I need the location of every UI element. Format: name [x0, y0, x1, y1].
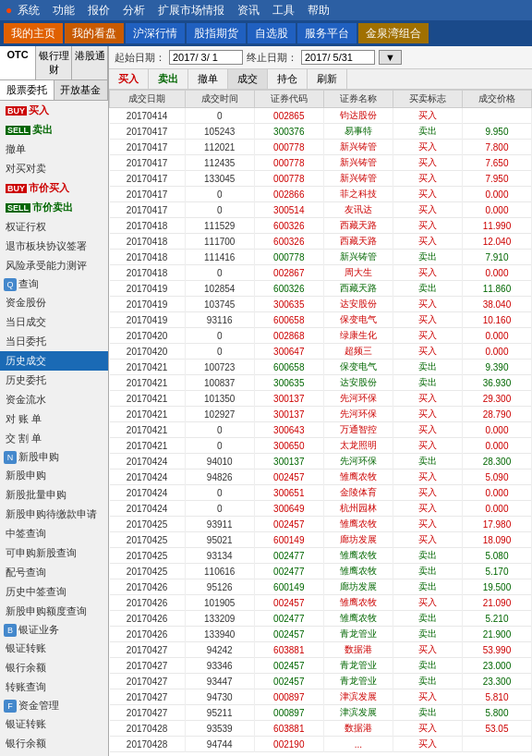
sidebar-item-资金流水[interactable]: 资金流水	[0, 390, 108, 409]
sidebar-item-市价卖出[interactable]: SELL 市价卖出	[0, 198, 108, 217]
table-row[interactable]: 20170418 0 002867 周大生 买入 0.000	[110, 265, 532, 281]
table-row[interactable]: 20170417 0 002866 菲之科技 买入 0.000	[110, 187, 532, 202]
menu-analysis[interactable]: 分析	[123, 3, 145, 18]
table-row[interactable]: 20170425 95021 600149 廊坊发展 买入 18.090	[110, 532, 532, 548]
nav-home[interactable]: 我的主页	[4, 23, 63, 43]
table-row[interactable]: 20170418 111700 600326 西藏天路 买入 12.040	[110, 234, 532, 250]
sidebar-item-退市板块[interactable]: 退市板块协议签署	[0, 237, 108, 256]
tab-bank[interactable]: 银行理财	[36, 46, 72, 79]
table-row[interactable]: 20170419 102854 600326 西藏天路 卖出 11.860	[110, 281, 532, 297]
sidebar-item-新股批量申购[interactable]: 新股批量申购	[0, 485, 108, 505]
action-cancel[interactable]: 撤单	[188, 69, 228, 89]
start-date-input[interactable]	[169, 50, 243, 65]
sidebar-item-资金银行余额[interactable]: 银行余额	[0, 734, 108, 753]
menu-extend[interactable]: 扩展市场情报	[158, 3, 224, 18]
tab-hk[interactable]: 港股通	[72, 46, 108, 79]
sidebar-item-风险承受[interactable]: 风险承受能力测评	[0, 256, 108, 275]
sidebar-item-配号查询[interactable]: 配号查询	[0, 563, 108, 582]
menu-system[interactable]: 系统	[18, 3, 40, 18]
sidebar-item-新股申购[interactable]: 新股申购	[0, 466, 108, 485]
table-row[interactable]: 20170421 101350 300137 先河环保 买入 29.300	[110, 391, 532, 407]
sidebar-item-历史委托[interactable]: 历史委托	[0, 371, 108, 390]
table-row[interactable]: 20170421 100837 300635 达安股份 卖出 36.930	[110, 375, 532, 391]
sidebar-item-权证行权[interactable]: 权证行权	[0, 217, 108, 237]
section-header-fund[interactable]: F 资金管理	[0, 697, 108, 714]
sidebar-item-市价买入[interactable]: BUY 市价买入	[0, 178, 108, 198]
table-row[interactable]: 20170426 101905 002457 雏鹰农牧 买入 21.090	[110, 595, 532, 611]
action-buy[interactable]: 买入	[109, 69, 149, 89]
table-row[interactable]: 20170417 0 300514 友讯达 买入 0.000	[110, 202, 532, 218]
section-header-newstock[interactable]: N 新股申购	[0, 448, 108, 466]
section-header-bank[interactable]: B 银证业务	[0, 621, 108, 639]
menu-function[interactable]: 功能	[53, 3, 75, 18]
table-row[interactable]: 20170418 111529 600326 西藏天路 买入 11.990	[110, 218, 532, 234]
nav-gold[interactable]: 金泉湾组合	[358, 23, 429, 43]
table-row[interactable]: 20170419 93116 600658 保变电气 买入 10.160	[110, 312, 532, 328]
action-refresh[interactable]: 刷新	[308, 69, 347, 89]
table-row[interactable]: 20170427 93447 002457 青龙管业 卖出 23.300	[110, 674, 532, 689]
table-row[interactable]: 20170428 94744 002190 ... 买入	[110, 737, 532, 752]
action-position[interactable]: 持仓	[268, 69, 308, 89]
action-deal[interactable]: 成交	[228, 69, 268, 89]
table-row[interactable]: 20170428 93539 603881 数据港 买入 53.05	[110, 721, 532, 737]
table-row[interactable]: 20170425 93911 002457 雏鹰农牧 买入 17.980	[110, 517, 532, 532]
table-row[interactable]: 20170425 110616 002477 雏鹰农牧 卖出 5.170	[110, 564, 532, 579]
table-row[interactable]: 20170421 0 300650 太龙照明 买入 0.000	[110, 438, 532, 454]
sidebar-item-资金股份[interactable]: 资金股份	[0, 293, 108, 312]
menu-info[interactable]: 资讯	[237, 3, 260, 18]
subtab-stock[interactable]: 股票委托	[0, 80, 54, 100]
sidebar-item-对买对卖[interactable]: 对买对卖	[0, 159, 108, 178]
end-date-input[interactable]	[301, 50, 375, 65]
table-row[interactable]: 20170426 95126 600149 廊坊发展 卖出 19.500	[110, 579, 532, 595]
menu-tools[interactable]: 工具	[272, 3, 295, 18]
sidebar-item-中签查询[interactable]: 中签查询	[0, 524, 108, 543]
table-row[interactable]: 20170427 93346 002457 青龙管业 卖出 23.000	[110, 658, 532, 674]
nav-service[interactable]: 服务平台	[297, 23, 357, 43]
sidebar-item-历史成交[interactable]: 历史成交	[0, 351, 108, 371]
nav-futures[interactable]: 股指期货	[187, 23, 246, 43]
table-row[interactable]: 20170417 133045 000778 新兴铸管 买入 7.950	[110, 171, 532, 187]
table-row[interactable]: 20170424 0 300651 金陵体育 买入 0.000	[110, 485, 532, 501]
table-row[interactable]: 20170424 94826 002457 雏鹰农牧 买入 5.090	[110, 469, 532, 485]
table-row[interactable]: 20170421 0 300643 万通智控 买入 0.000	[110, 422, 532, 438]
sidebar-item-银行余额[interactable]: 银行余额	[0, 658, 108, 677]
nav-market[interactable]: 沪深行情	[126, 23, 185, 43]
sidebar-item-可申购[interactable]: 可申购新股查询	[0, 543, 108, 563]
sidebar-item-历史中签[interactable]: 历史中签查询	[0, 582, 108, 602]
table-row[interactable]: 20170426 133940 002457 青龙管业 卖出 21.900	[110, 627, 532, 642]
menu-help[interactable]: 帮助	[308, 3, 330, 18]
table-row[interactable]: 20170421 100723 600658 保变电气 卖出 9.390	[110, 360, 532, 375]
action-sell[interactable]: 卖出	[149, 69, 188, 89]
menu-quote[interactable]: 报价	[88, 3, 110, 18]
nav-selfstock[interactable]: 自选股	[248, 23, 296, 43]
sidebar-item-对账单[interactable]: 对 账 单	[0, 409, 108, 429]
table-row[interactable]: 20170417 105243 300376 易事特 卖出 9.950	[110, 124, 532, 140]
sidebar-item-当日委托[interactable]: 当日委托	[0, 332, 108, 351]
table-row[interactable]: 20170420 0 300647 超频三 买入 0.000	[110, 344, 532, 360]
table-row[interactable]: 20170425 93134 002477 雏鹰农牧 卖出 5.080	[110, 548, 532, 564]
filter-btn[interactable]: ▼	[379, 50, 402, 65]
tab-otc[interactable]: OTC	[0, 46, 36, 79]
table-row[interactable]: 20170427 95211 000897 津滨发展 卖出 5.800	[110, 705, 532, 721]
sidebar-item-转账查询[interactable]: 转账查询	[0, 677, 108, 697]
table-row[interactable]: 20170414 0 002865 钧达股份 买入	[110, 108, 532, 124]
sidebar-item-资金银证转账[interactable]: 银证转账	[0, 714, 108, 734]
section-header-query[interactable]: Q 查询	[0, 275, 108, 293]
nav-watchlist[interactable]: 我的看盘	[65, 23, 124, 43]
table-row[interactable]: 20170426 133209 002477 雏鹰农牧 卖出 5.210	[110, 611, 532, 627]
sidebar-item-撤单[interactable]: 撤单	[0, 140, 108, 159]
table-row[interactable]: 20170424 0 300649 杭州园林 买入 0.000	[110, 501, 532, 517]
table-row[interactable]: 20170417 112435 000778 新兴铸管 买入 7.650	[110, 155, 532, 171]
table-row[interactable]: 20170417 112021 000778 新兴铸管 买入 7.800	[110, 140, 532, 155]
table-row[interactable]: 20170419 103745 300635 达安股份 买入 38.040	[110, 297, 532, 312]
sidebar-item-额度查询[interactable]: 新股申购额度查询	[0, 602, 108, 621]
table-row[interactable]: 20170418 111416 000778 新兴铸管 卖出 7.910	[110, 250, 532, 265]
table-row[interactable]: 20170427 94730 000897 津滨发展 买入 5.810	[110, 689, 532, 705]
sidebar-item-银证转账[interactable]: 银证转账	[0, 639, 108, 658]
table-row[interactable]: 20170420 0 002868 绿康生化 买入 0.000	[110, 328, 532, 344]
table-row[interactable]: 20170427 94242 603881 数据港 买入 53.990	[110, 642, 532, 658]
sidebar-item-交割单[interactable]: 交 割 单	[0, 429, 108, 448]
table-row[interactable]: 20170421 102927 300137 先河环保 买入 28.790	[110, 407, 532, 422]
table-row[interactable]: 20170424 94010 300137 先河环保 卖出 28.300	[110, 454, 532, 469]
subtab-fund[interactable]: 开放基金	[54, 80, 109, 100]
